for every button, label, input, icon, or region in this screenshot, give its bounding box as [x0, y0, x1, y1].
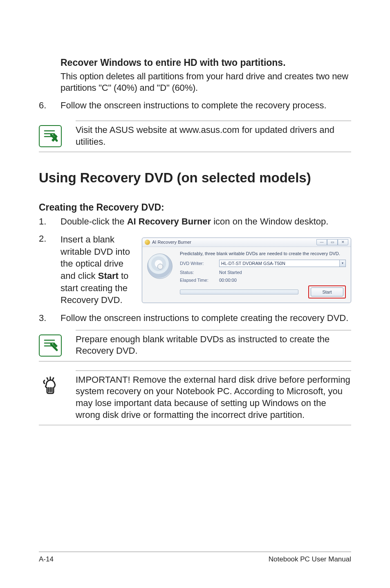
important-icon [39, 375, 62, 397]
note-2: Prepare enough blank writable DVDs as in… [39, 330, 351, 361]
select-value: HL-DT-ST DVDRAM GSA-T50N [221, 261, 285, 266]
option-description: This option deletes all partitions from … [61, 71, 351, 94]
page-number: A-14 [39, 555, 54, 563]
step-2: 2. Insert a blank writable DVD into the … [39, 233, 351, 306]
status-value: Not Started [219, 270, 346, 275]
dvd-writer-select[interactable]: HL-DT-ST DVDRAM GSA-T50N ▾ [219, 260, 346, 267]
footer-title: Notebook PC User Manual [269, 555, 351, 563]
step-text: Double-click the AI Recovery Burner icon… [61, 215, 351, 228]
note-1: Visit the ASUS website at www.asus.com f… [39, 121, 351, 152]
window-title: AI Recovery Burner [152, 240, 191, 245]
dvd-image [147, 251, 174, 278]
step-number: 3. [39, 312, 61, 324]
option-heading: Recover Windows to entire HD with two pa… [61, 57, 351, 68]
step-text: Insert a blank writable DVD into the opt… [61, 233, 136, 306]
text-bold: AI Recovery Burner [127, 216, 211, 227]
text-bold: Start [98, 271, 119, 281]
close-button[interactable]: ✕ [338, 239, 348, 245]
note-text: IMPORTANT! Remove the external hard disk… [76, 374, 351, 421]
minimize-button[interactable]: — [316, 239, 327, 245]
svg-line-10 [47, 378, 48, 379]
start-button[interactable]: Start [311, 287, 343, 296]
step-number: 2. [39, 233, 61, 306]
status-label: Status: [180, 270, 219, 275]
svg-line-11 [53, 378, 54, 379]
note-text: Prepare enough blank writable DVDs as in… [76, 334, 351, 357]
step-6: 6. Follow the onscreen instructions to c… [39, 99, 351, 112]
elapsed-time-label: Elapsed Time: [180, 278, 219, 283]
info-message: Predictably, three blank writable DVDs a… [180, 251, 346, 256]
step-3: 3. Follow the onscreen instructions to c… [39, 312, 351, 324]
step-text: Follow the onscreen instructions to comp… [61, 99, 351, 112]
subsection-heading: Creating the Recovery DVD: [39, 202, 351, 213]
note-icon [39, 334, 62, 357]
note-text: Visit the ASUS website at www.asus.com f… [76, 124, 351, 148]
step-number: 6. [39, 99, 61, 112]
app-icon [145, 240, 150, 245]
text-fragment: Double-click the [61, 216, 127, 227]
window-titlebar: AI Recovery Burner — ▭ ✕ [142, 238, 351, 247]
step-number: 1. [39, 215, 61, 228]
note-icon [39, 125, 62, 147]
start-highlight: Start [308, 285, 346, 298]
text-fragment: icon on the Window desktop. [211, 216, 328, 227]
ai-recovery-burner-window: AI Recovery Burner — ▭ ✕ Predictably, th… [142, 238, 351, 303]
dvd-writer-label: DVD Writer: [180, 261, 219, 266]
progress-bar [180, 290, 298, 294]
elapsed-time-value: 00:00:00 [219, 278, 346, 283]
page-footer: A-14 Notebook PC User Manual [39, 552, 351, 563]
step-1: 1. Double-click the AI Recovery Burner i… [39, 215, 351, 228]
step-text: Follow the onscreen instructions to comp… [61, 312, 351, 324]
note-3-important: IMPORTANT! Remove the external hard disk… [39, 370, 351, 425]
chevron-down-icon: ▾ [339, 260, 345, 267]
section-heading: Using Recovery DVD (on selected models) [39, 170, 351, 186]
maximize-button[interactable]: ▭ [327, 239, 338, 245]
